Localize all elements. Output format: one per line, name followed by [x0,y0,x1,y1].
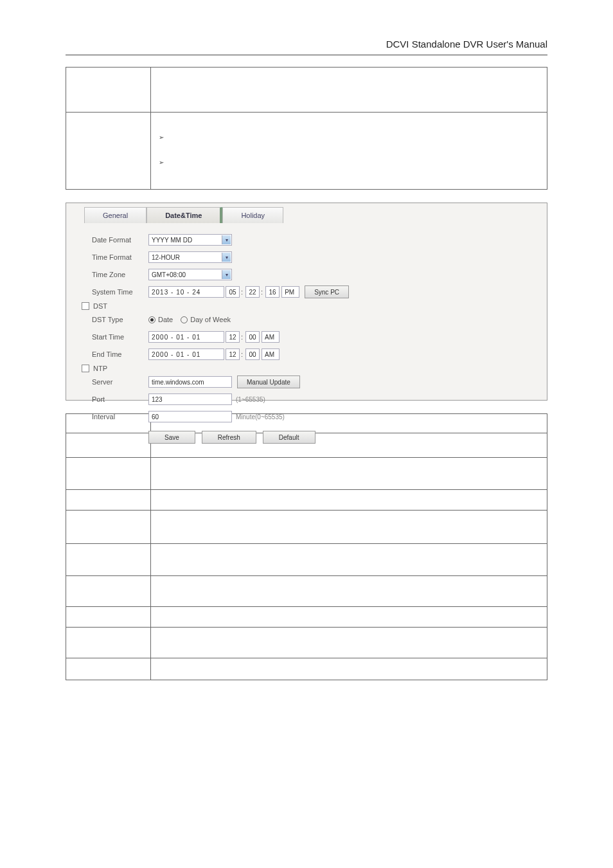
system-min-input[interactable]: 22 [245,286,260,298]
param-cell [66,544,151,576]
parameter-table [66,413,547,680]
param-cell [151,458,547,490]
port-hint: (1~65535) [236,396,265,403]
ntp-checkbox[interactable] [82,365,89,372]
param-cell [66,628,151,658]
param-cell [66,458,151,490]
chevron-down-icon: ▾ [222,253,231,262]
label-end-time: End Time [92,350,148,358]
chevron-down-icon: ▾ [222,270,231,279]
end-hour-input[interactable]: 12 [226,348,240,360]
server-input[interactable]: time.windows.com [148,376,232,388]
system-date-input[interactable]: 2013 - 10 - 24 [148,286,224,298]
chevron-down-icon: ▾ [222,235,231,244]
label-time-format: Time Format [92,253,148,261]
tab-date-time[interactable]: Date&Time [147,207,222,223]
label-dst: DST [93,302,107,310]
end-date-input[interactable]: 2000 - 01 - 01 [148,348,224,360]
interval-hint: Minute(0~65535) [236,413,285,420]
chevron-icon: ➢ [159,157,169,168]
page-title: DCVI Standalone DVR User's Manual [66,39,547,55]
system-ampm-input[interactable]: PM [281,286,299,298]
label-port: Port [92,395,148,403]
label-dst-type: DST Type [92,316,148,323]
param-cell [151,544,547,576]
start-date-input[interactable]: 2000 - 01 - 01 [148,331,224,343]
system-sec-input[interactable]: 16 [265,286,280,298]
label-start-time: Start Time [92,333,148,341]
sync-pc-button[interactable]: Sync PC [305,285,349,298]
label-time-zone: Time Zone [92,271,148,278]
param-cell [66,607,151,628]
start-ampm-input[interactable]: AM [262,331,280,343]
upper-table: ➢ ➢ [66,67,547,190]
time-format-select[interactable]: 12-HOUR▾ [148,251,232,263]
manual-update-button[interactable]: Manual Update [237,375,300,388]
upper-row2-label [66,113,151,190]
start-min-input[interactable]: 00 [245,331,260,343]
time-zone-select[interactable]: GMT+08:00▾ [148,269,232,280]
param-cell [66,511,151,544]
system-hour-input[interactable]: 05 [226,286,240,298]
dst-type-dow-radio[interactable] [181,316,188,323]
param-cell [151,628,547,658]
upper-row2-desc: ➢ ➢ [151,113,547,190]
dst-type-date-radio[interactable] [148,316,155,323]
end-ampm-input[interactable]: AM [262,348,280,360]
interval-input[interactable]: 60 [148,411,232,422]
end-min-input[interactable]: 00 [245,348,260,360]
param-cell [151,490,547,511]
label-interval: Interval [92,413,148,420]
refresh-button[interactable]: Refresh [202,431,256,444]
date-format-select[interactable]: YYYY MM DD▾ [148,234,232,246]
tab-general[interactable]: General [84,207,147,223]
tab-holiday[interactable]: Holiday [222,207,283,223]
upper-row1-desc [151,68,547,113]
param-cell [151,607,547,628]
label-ntp: NTP [93,365,107,372]
param-cell [151,576,547,607]
port-input[interactable]: 123 [148,393,232,405]
start-hour-input[interactable]: 12 [226,331,240,343]
dst-checkbox[interactable] [82,302,89,310]
default-button[interactable]: Default [263,431,315,444]
label-date-format: Date Format [92,236,148,244]
dst-type-dow-label: Day of Week [190,316,231,323]
save-button[interactable]: Save [148,431,195,444]
upper-row1-label [66,68,151,113]
param-cell [66,490,151,511]
param-cell [151,511,547,544]
label-server: Server [92,378,148,386]
date-time-settings-panel: General Date&Time Holiday Date Format YY… [66,203,547,401]
dst-type-date-label: Date [158,316,173,323]
param-cell [151,658,547,680]
param-cell [66,658,151,680]
param-cell [66,576,151,607]
chevron-icon: ➢ [159,132,169,143]
label-system-time: System Time [92,288,148,296]
